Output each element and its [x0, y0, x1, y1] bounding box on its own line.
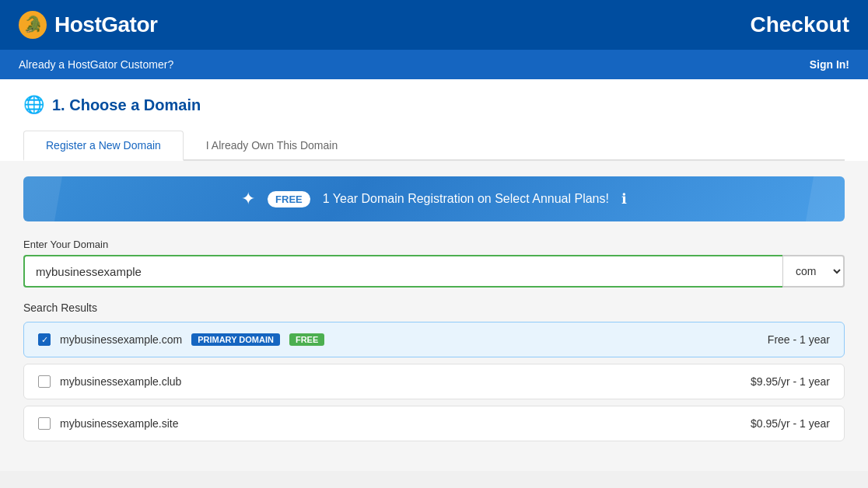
sign-in-link[interactable]: Sign In!: [810, 58, 849, 71]
free-badge: FREE: [268, 191, 310, 207]
main-section: 🌐 1. Choose a Domain Register a New Doma…: [0, 79, 868, 161]
page-header: 🐊 HostGator Checkout: [0, 0, 868, 50]
sub-header: Already a HostGator Customer? Sign In!: [0, 50, 868, 79]
promo-banner: ✦ FREE 1 Year Domain Registration on Sel…: [23, 176, 845, 221]
result-row-2[interactable]: mybusinessexample.club $9.95/yr - 1 year: [23, 364, 845, 399]
svg-text:🐊: 🐊: [23, 15, 43, 33]
hostgator-logo-icon: 🐊: [19, 11, 47, 39]
checkbox-1[interactable]: ✓: [38, 333, 51, 346]
checkout-label: Checkout: [750, 12, 849, 37]
domain-name-3: mybusinessexample.site: [60, 417, 179, 430]
checkbox-3[interactable]: [38, 417, 51, 430]
badge-free-1: FREE: [289, 333, 324, 346]
domain-name-2: mybusinessexample.club: [60, 375, 181, 388]
section-title: 🌐 1. Choose a Domain: [23, 95, 845, 115]
tab-register[interactable]: Register a New Domain: [23, 131, 184, 161]
result-price-3: $0.95/yr - 1 year: [751, 417, 830, 430]
tld-select[interactable]: com net org info biz: [782, 255, 845, 288]
promo-text: 1 Year Domain Registration on Select Ann…: [323, 192, 609, 206]
tabs-row: Register a New Domain I Already Own This…: [23, 129, 845, 161]
result-left-3: mybusinessexample.site: [38, 417, 179, 430]
tab-own-domain[interactable]: I Already Own This Domain: [184, 131, 360, 161]
checkbox-2[interactable]: [38, 375, 51, 388]
result-left-2: mybusinessexample.club: [38, 375, 181, 388]
logo-text: HostGator: [54, 12, 157, 37]
domain-name-1: mybusinessexample.com: [60, 333, 182, 346]
globe-icon: 🌐: [23, 95, 44, 115]
domain-input-row: com net org info biz: [23, 255, 845, 288]
result-price-2: $9.95/yr - 1 year: [751, 375, 830, 388]
result-left-1: ✓ mybusinessexample.com PRIMARY DOMAIN F…: [38, 333, 324, 346]
logo-container: 🐊 HostGator: [19, 11, 157, 39]
result-row-1[interactable]: ✓ mybusinessexample.com PRIMARY DOMAIN F…: [23, 322, 845, 357]
domain-input[interactable]: [23, 255, 782, 288]
sparkle-icon: ✦: [241, 189, 255, 209]
step-label: 1. Choose a Domain: [52, 96, 201, 114]
search-results-label: Search Results: [23, 302, 845, 314]
result-price-1: Free - 1 year: [768, 333, 830, 346]
result-row-3[interactable]: mybusinessexample.site $0.95/yr - 1 year: [23, 406, 845, 441]
domain-input-label: Enter Your Domain: [23, 239, 845, 250]
info-icon[interactable]: ℹ: [621, 190, 627, 207]
customer-text: Already a HostGator Customer?: [19, 58, 173, 71]
badge-primary-domain: PRIMARY DOMAIN: [191, 333, 280, 346]
content-area: ✦ FREE 1 Year Domain Registration on Sel…: [0, 161, 868, 471]
